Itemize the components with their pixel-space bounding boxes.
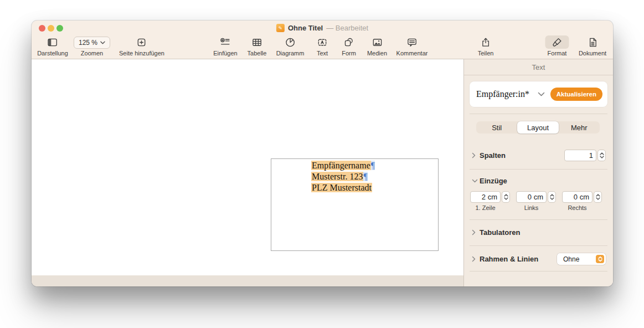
chevron-down-icon[interactable] xyxy=(472,179,480,183)
view-button[interactable]: Darstellung xyxy=(37,35,68,57)
view-icon xyxy=(47,35,58,49)
share-button[interactable]: Teilen xyxy=(478,35,494,57)
add-page-icon xyxy=(136,35,147,49)
minimize-button[interactable] xyxy=(48,25,54,32)
chart-icon xyxy=(284,35,296,49)
textbox-button[interactable]: Text xyxy=(317,35,328,57)
media-icon xyxy=(371,35,383,49)
right-indent-input[interactable]: 0 cm xyxy=(562,191,593,203)
comment-icon xyxy=(406,35,418,49)
borders-row: Rahmen & Linien Ohne xyxy=(464,253,613,265)
first-line-indent-input[interactable]: 2 cm xyxy=(470,191,501,203)
columns-row: Spalten 1 xyxy=(464,150,613,161)
indents-row: Einzüge xyxy=(464,177,613,185)
columns-label: Spalten xyxy=(480,151,506,160)
first-line-indent-label: 1. Zeile xyxy=(470,204,501,211)
right-indent-stepper[interactable] xyxy=(594,191,602,203)
add-page-button[interactable]: Seite hinzufügen xyxy=(119,35,164,57)
pages-app-icon: ✎ xyxy=(276,24,285,32)
zoom-level-button[interactable]: 125 % xyxy=(74,37,110,49)
insert-icon xyxy=(220,35,231,49)
address-line: Musterstr. 123¶ xyxy=(271,171,438,182)
indents-label: Einzüge xyxy=(480,177,507,185)
address-line: Empfängername¶ xyxy=(271,160,438,171)
columns-input[interactable]: 1 xyxy=(564,150,596,161)
pilcrow-mark: ¶ xyxy=(363,172,367,181)
shape-button[interactable]: Form xyxy=(342,35,356,57)
document-page[interactable]: Empfängername¶ Musterstr. 123¶ PLZ Muste… xyxy=(32,59,463,275)
chevron-right-icon[interactable] xyxy=(472,256,480,262)
chevron-down-icon xyxy=(100,41,105,44)
columns-stepper[interactable] xyxy=(597,150,606,161)
address-line: PLZ Musterstadt xyxy=(271,182,438,193)
tabs-row: Tabulatoren xyxy=(464,228,613,237)
tab-stil[interactable]: Stil xyxy=(476,121,517,134)
media-button[interactable]: Medien xyxy=(367,35,387,57)
borders-select-value: Ohne xyxy=(563,255,579,263)
table-button[interactable]: Tabelle xyxy=(248,35,267,57)
tab-layout[interactable]: Layout xyxy=(517,121,558,134)
merge-field-value: Empfänger:in* xyxy=(476,89,529,99)
pages-window: ✎ Ohne Titel — Bearbeitet Darstellung 12… xyxy=(32,20,613,286)
toolbar: Darstellung 125 % Zoomen Seite hinzufüge… xyxy=(32,35,613,59)
update-button[interactable]: Aktualisieren xyxy=(550,88,602,101)
document-icon xyxy=(586,35,598,49)
address-textbox[interactable]: Empfängername¶ Musterstr. 123¶ PLZ Muste… xyxy=(271,158,439,251)
sidebar-header: Text xyxy=(464,59,613,75)
zoom-control[interactable]: 125 % Zoomen xyxy=(74,35,110,57)
left-indent-stepper[interactable] xyxy=(548,191,556,203)
borders-label: Rahmen & Linien xyxy=(480,255,538,263)
indent-fields: 2 cm 1. Zeile 0 cm xyxy=(464,191,613,211)
merge-field-card: Empfänger:in* Aktualisieren xyxy=(470,81,607,107)
document-canvas: Empfängername¶ Musterstr. 123¶ PLZ Muste… xyxy=(32,59,463,286)
window-status: — Bearbeitet xyxy=(326,24,368,32)
share-icon xyxy=(480,35,492,49)
canvas-margin xyxy=(32,275,463,286)
zoom-value: 125 % xyxy=(79,39,97,47)
titlebar: ✎ Ohne Titel — Bearbeitet xyxy=(32,20,613,35)
borders-select[interactable]: Ohne xyxy=(557,253,606,265)
tab-mehr[interactable]: Mehr xyxy=(559,121,600,134)
chart-button[interactable]: Diagramm xyxy=(276,35,305,57)
format-sidebar: Text Empfänger:in* Aktualisieren Stil La… xyxy=(463,59,613,286)
insert-button[interactable]: Einfügen xyxy=(213,35,237,57)
table-icon xyxy=(251,35,262,49)
first-line-indent-stepper[interactable] xyxy=(502,191,510,203)
format-icon xyxy=(545,35,569,49)
format-button[interactable]: Format xyxy=(545,35,569,57)
shape-icon xyxy=(343,35,354,49)
select-chevrons-icon xyxy=(596,255,604,263)
zoom-window-button[interactable] xyxy=(56,25,63,32)
left-indent-label: Links xyxy=(516,204,547,211)
left-indent-input[interactable]: 0 cm xyxy=(516,191,547,203)
chevron-right-icon[interactable] xyxy=(472,152,480,158)
pilcrow-mark: ¶ xyxy=(371,161,375,170)
tabulators-label: Tabulatoren xyxy=(480,228,520,237)
right-indent-label: Rechts xyxy=(562,204,593,211)
format-tabs: Stil Layout Mehr xyxy=(476,121,600,134)
textbox-icon xyxy=(317,35,328,49)
window-title: Ohne Titel xyxy=(288,24,323,32)
document-button[interactable]: Dokument xyxy=(579,35,606,57)
merge-field-dropdown-icon[interactable] xyxy=(538,92,545,96)
close-button[interactable] xyxy=(39,25,45,32)
chevron-right-icon[interactable] xyxy=(472,229,480,235)
comment-button[interactable]: Kommentar xyxy=(396,35,428,57)
